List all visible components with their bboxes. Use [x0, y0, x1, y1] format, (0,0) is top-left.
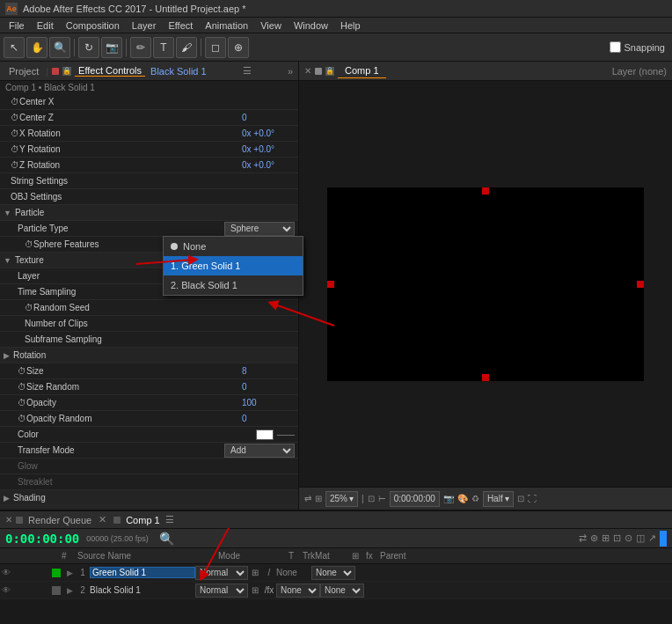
stopwatch-random-seed[interactable]: ⏱	[25, 303, 33, 312]
tool-camera[interactable]: 📷	[101, 37, 122, 58]
layer-1-lock[interactable]	[37, 567, 49, 579]
stopwatch-center-z[interactable]: ⏱	[11, 113, 19, 122]
render-close[interactable]: ✕	[5, 515, 12, 525]
comp-fullscreen-icon[interactable]: ⛶	[528, 494, 537, 503]
panel-expand-btn[interactable]: »	[288, 66, 293, 77]
value-opacity-random[interactable]: 0	[242, 414, 295, 423]
layer-2-audio[interactable]	[12, 584, 25, 597]
layer-1-parent-select[interactable]: None	[311, 566, 355, 580]
stopwatch-sphere[interactable]: ⏱	[25, 239, 33, 249]
layer-2-name[interactable]: Black Solid 1	[90, 585, 195, 595]
value-size-random[interactable]: 0	[242, 382, 295, 392]
app-title: Adobe After Effects CC 2017 - Untitled P…	[23, 4, 246, 14]
stopwatch-size[interactable]: ⏱	[18, 366, 26, 376]
tool-brush[interactable]: 🖌	[176, 37, 197, 58]
dropdown-item-none[interactable]: None	[164, 237, 303, 256]
comp-transfer-icon[interactable]: ⇄	[304, 494, 311, 503]
project-tab[interactable]: Project	[5, 66, 42, 77]
layer-1-expand[interactable]: ▶	[63, 569, 76, 577]
layer-2-trkmat[interactable]: None	[276, 584, 320, 598]
zoom-select[interactable]: 25% ▾	[325, 491, 358, 507]
render-tab-comp1[interactable]: Comp 1	[126, 515, 160, 525]
tool-pen[interactable]: ✏	[130, 37, 151, 58]
value-size[interactable]: 8	[242, 366, 295, 376]
stopwatch-opacity-random[interactable]: ⏱	[18, 414, 26, 423]
section-particle[interactable]: ▼ Particle	[0, 205, 298, 221]
menu-window[interactable]: Window	[289, 19, 333, 32]
layer-1-solo[interactable]	[25, 567, 37, 579]
color-swatch[interactable]	[256, 429, 274, 440]
dropdown-item-green-solid[interactable]: 1. Green Solid 1	[164, 256, 303, 275]
section-rotation[interactable]: ▶ Rotation	[0, 348, 298, 363]
comp-toolbar: ⇄ ⊞ 25% ▾ | ⊡ ⊢ 0:00:00:00 📷 🎨 ♻ Half ▾ …	[299, 487, 672, 510]
layer-2-mode[interactable]: Normal	[195, 584, 248, 598]
menu-animation[interactable]: Animation	[200, 19, 253, 32]
section-quick-maps[interactable]: ▶ Quick Maps	[0, 506, 298, 510]
layer-2-lock[interactable]	[37, 584, 49, 597]
layer-1-audio[interactable]	[12, 567, 25, 579]
tool-rotate[interactable]: ↻	[78, 37, 99, 58]
value-center-z[interactable]: 0	[242, 113, 295, 122]
comp-toggle-icon[interactable]: ⊡	[368, 494, 375, 503]
menu-help[interactable]: Help	[335, 19, 366, 32]
stopwatch-opacity[interactable]: ⏱	[18, 398, 26, 407]
render-tab-menu[interactable]: ☰	[165, 514, 174, 525]
tool-zoom[interactable]: 🔍	[49, 37, 70, 58]
layer-1-name[interactable]: Green Solid 1	[90, 567, 195, 578]
stopwatch-x-rotation[interactable]: ⏱	[11, 128, 19, 138]
dropdown-item-black-solid[interactable]: 2. Black Solid 1	[164, 275, 303, 295]
transfer-mode-select[interactable]: Add	[224, 444, 295, 458]
layer-1-num: 1	[76, 568, 90, 577]
comp-ruler-icon[interactable]: ⊢	[378, 494, 386, 503]
layer-2-vis[interactable]: 👁	[0, 584, 12, 597]
tl-ctrl-2[interactable]: ⊛	[590, 532, 598, 544]
layer-1-mode[interactable]: Normal	[195, 566, 248, 580]
comp-close-icon[interactable]: ✕	[304, 66, 311, 76]
layer-2-parent-select[interactable]: None	[320, 584, 364, 598]
comp-camera-icon[interactable]: 📷	[443, 494, 454, 503]
tl-ctrl-3[interactable]: ⊞	[602, 532, 610, 544]
panel-menu-btn[interactable]: ☰	[243, 65, 252, 77]
stopwatch-y-rotation[interactable]: ⏱	[11, 144, 19, 154]
search-icon[interactable]: 🔍	[159, 532, 174, 546]
value-y-rotation[interactable]: 0x +0.0°	[242, 144, 295, 154]
value-opacity[interactable]: 100	[242, 398, 295, 407]
effect-controls-tab[interactable]: Effect Controls	[75, 65, 145, 77]
tool-select[interactable]: ↖	[4, 37, 25, 58]
comp-tab-comp1[interactable]: Comp 1	[338, 63, 386, 78]
snapping-checkbox[interactable]	[610, 41, 621, 53]
tool-anchor[interactable]: ⊕	[228, 37, 249, 58]
layer-2-solo[interactable]	[25, 584, 37, 597]
tl-ctrl-6[interactable]: ◫	[636, 532, 645, 544]
comp-color-icon[interactable]: 🎨	[457, 494, 468, 503]
menu-view[interactable]: View	[255, 19, 287, 32]
comp-grid-icon[interactable]: ⊞	[315, 494, 322, 503]
layer-1-vis[interactable]: 👁	[0, 567, 12, 579]
tl-ctrl-5[interactable]: ⊙	[625, 532, 632, 544]
menu-composition[interactable]: Composition	[61, 19, 125, 32]
menu-edit[interactable]: Edit	[32, 19, 59, 32]
tool-hand[interactable]: ✋	[26, 37, 47, 58]
tl-ctrl-4[interactable]: ⊡	[613, 532, 621, 544]
red-dot-top	[482, 187, 489, 195]
tool-text[interactable]: T	[153, 37, 174, 58]
comp-refresh-icon[interactable]: ♻	[471, 494, 479, 503]
particle-type-select[interactable]: Sphere	[224, 222, 295, 236]
stopwatch-z-rotation[interactable]: ⏱	[11, 160, 19, 170]
tl-ctrl-7[interactable]: ↗	[648, 532, 656, 544]
menu-layer[interactable]: Layer	[127, 19, 162, 32]
timecode-display[interactable]: 0:00:00:00	[390, 491, 440, 507]
stopwatch-size-random[interactable]: ⏱	[18, 382, 26, 392]
tl-ctrl-1[interactable]: ⇄	[579, 532, 587, 544]
menu-effect[interactable]: Effect	[163, 19, 198, 32]
tool-shape[interactable]: ◻	[205, 37, 226, 58]
stopwatch-center-x[interactable]: ⏱	[11, 97, 19, 106]
layer-2-fx: /fx	[262, 585, 276, 595]
value-z-rotation[interactable]: 0x +0.0°	[242, 160, 295, 170]
value-x-rotation[interactable]: 0x +0.0°	[242, 128, 295, 138]
section-shading[interactable]: ▶ Shading	[0, 490, 298, 506]
layer-2-expand[interactable]: ▶	[63, 586, 76, 595]
quality-select[interactable]: Half ▾	[483, 491, 514, 507]
menu-file[interactable]: File	[4, 19, 30, 32]
comp-view-options[interactable]: ⊡	[517, 494, 524, 503]
